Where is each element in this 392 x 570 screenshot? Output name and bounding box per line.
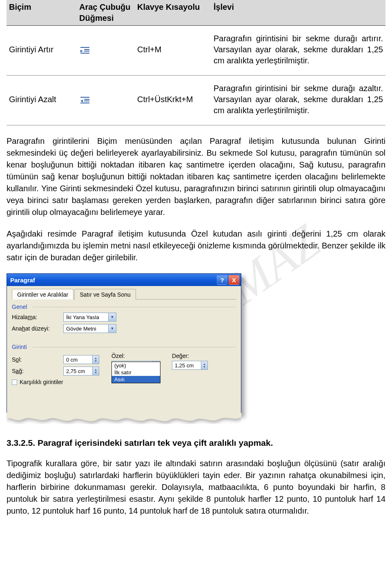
alignment-combo[interactable]: İki Yana Yasla ▼	[63, 313, 116, 322]
cell-icon	[77, 26, 135, 76]
group-title: Girinti	[12, 344, 236, 350]
body-paragraph: Tipografik kurallara göre, bir satır yaz…	[7, 458, 385, 517]
spinner-value: 1,25 cm	[172, 362, 196, 369]
cell-function: Paragrafın girintisini bir sekme durağı …	[211, 26, 385, 76]
th-bicim: Biçim	[7, 0, 77, 26]
svg-rect-8	[80, 103, 89, 103]
checkbox-label: Karşılıklı girintiler	[20, 379, 63, 385]
chevron-down-icon: ▼	[108, 324, 116, 333]
th-islevi: İşlevi	[211, 0, 385, 26]
outline-combo[interactable]: Gövde Metni ▼	[63, 324, 116, 333]
body-paragraph: Aşağıdaki resimde Paragraf iletişim kutu…	[7, 228, 385, 264]
svg-rect-6	[84, 99, 89, 100]
tab-girintiler[interactable]: Girintiler ve Aralıklar	[12, 289, 74, 300]
svg-rect-1	[84, 49, 89, 50]
checkbox-icon	[12, 380, 17, 385]
cell-shortcut: Ctrl+ÜstKrkt+M	[135, 76, 211, 125]
paragraph-dialog: Paragraf ? X Girintiler ve Aralıklar Sat…	[7, 273, 241, 414]
tab-satir[interactable]: Satır ve Sayfa Sonu	[74, 289, 136, 300]
right-indent-spinner[interactable]: 2,75 cm ▲▼	[63, 367, 99, 376]
svg-rect-2	[84, 51, 89, 51]
shortcut-table: Biçim Araç Çubuğu Düğmesi Klavye Kısayol…	[7, 0, 385, 125]
cell-shortcut: Ctrl+M	[135, 26, 211, 76]
svg-rect-0	[80, 47, 89, 48]
label-ozel: Özel:	[111, 353, 160, 359]
label-sag: Sağ:	[12, 368, 60, 374]
torn-edge-decoration	[7, 413, 241, 424]
label-hizalama: Hizalama:	[12, 314, 60, 320]
svg-marker-9	[80, 100, 83, 102]
cell-bicim: Girintiyi Artır	[7, 26, 77, 76]
tab-label: Satır ve Sayfa Sonu	[80, 291, 131, 298]
cell-icon	[77, 76, 135, 125]
close-button[interactable]: X	[229, 275, 239, 285]
th-dugme: Araç Çubuğu Düğmesi	[77, 0, 135, 26]
body-paragraph: Paragrafın girintilerini Biçim menüsünde…	[7, 135, 385, 218]
group-girinti: Girinti Sol: 0 cm ▲▼ Sağ:	[12, 344, 236, 404]
th-kisayol: Klavye Kısayolu	[135, 0, 211, 26]
table-row: Girintiyi Azalt Ctrl+ÜstKrkt+M Paragrafı…	[7, 76, 385, 125]
special-combo-list[interactable]: (yok) İlk satır Asılı	[111, 362, 160, 383]
group-title: Genel	[12, 304, 236, 310]
spinner-buttons-icon: ▲▼	[201, 361, 207, 369]
increase-indent-icon	[79, 46, 91, 55]
spinner-value: 0 cm	[64, 357, 80, 363]
combo-option[interactable]: İlk satır	[112, 369, 160, 376]
svg-marker-4	[80, 50, 83, 52]
combo-option[interactable]: (yok)	[112, 362, 160, 369]
group-genel: Genel Hizalama: İki Yana Yasla ▼ Anahat …	[12, 304, 236, 333]
section-heading: 3.3.2.5. Paragraf içerisindeki satırları…	[7, 438, 385, 448]
cell-function: Paragrafın girintisini bir sekme durağı …	[211, 76, 385, 125]
help-button[interactable]: ?	[217, 275, 227, 285]
dialog-titlebar: Paragraf ? X	[7, 274, 241, 286]
label-sol: Sol:	[12, 356, 60, 363]
decrease-indent-icon	[79, 96, 91, 105]
table-row: Girintiyi Artır Ctrl+M Paragrafın girint…	[7, 26, 385, 76]
svg-rect-7	[84, 101, 89, 101]
combo-option[interactable]: Asılı	[112, 376, 160, 383]
combo-value: İki Yana Yasla	[64, 314, 102, 320]
combo-value: Gövde Metni	[64, 326, 99, 332]
cell-bicim: Girintiyi Azalt	[7, 76, 77, 125]
mirrored-indents-checkbox[interactable]: Karşılıklı girintiler	[12, 379, 63, 385]
spinner-buttons-icon: ▲▼	[92, 367, 99, 375]
label-anahat: Anahat düzeyi:	[12, 325, 60, 332]
dialog-title: Paragraf	[10, 277, 35, 284]
svg-rect-3	[80, 53, 89, 54]
dialog-tabs: Girintiler ve Aralıklar Satır ve Sayfa S…	[12, 288, 236, 300]
left-indent-spinner[interactable]: 0 cm ▲▼	[63, 355, 99, 364]
spinner-buttons-icon: ▲▼	[92, 355, 99, 364]
label-deger: Değer:	[172, 353, 208, 359]
svg-rect-5	[80, 97, 89, 98]
spinner-value: 2,75 cm	[64, 368, 87, 374]
value-spinner[interactable]: 1,25 cm ▲▼	[172, 361, 208, 370]
tab-label: Girintiler ve Aralıklar	[17, 291, 68, 298]
chevron-down-icon: ▼	[108, 313, 116, 321]
